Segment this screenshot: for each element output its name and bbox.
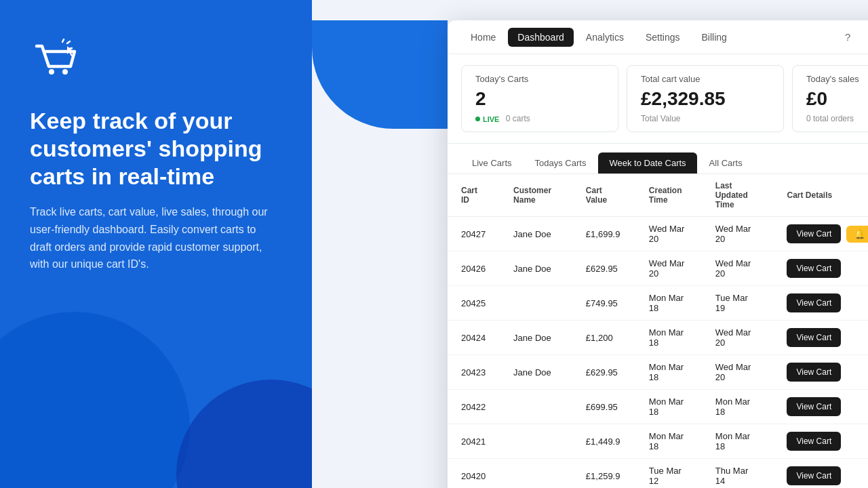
table-row: 20425 £749.95 Mon Mar 18 Tue Mar 19 View…: [448, 286, 868, 321]
hero-title: Keep track of your customers' shopping c…: [30, 107, 282, 190]
help-icon-button[interactable]: ?: [837, 27, 858, 47]
table-row: 20426 Jane Doe £629.95 Wed Mar 20 Wed Ma…: [448, 251, 868, 286]
cell-cart-id: 20424: [448, 321, 500, 355]
nav-right: ? Upgrade: [837, 27, 868, 47]
cell-cart-details: View Cart: [773, 424, 868, 459]
cell-cart-id: 20426: [448, 251, 500, 286]
cell-creation-time: Wed Mar 20: [635, 217, 702, 251]
cell-last-updated: Thu Mar 14: [702, 459, 774, 489]
stat-todays-sales: Today's sales £0 0 total orders: [792, 65, 868, 132]
cell-cart-value: £1,449.9: [572, 424, 635, 459]
view-cart-button[interactable]: View Cart: [787, 466, 841, 485]
todays-carts-value: 2: [475, 88, 604, 110]
todays-carts-label: Today's Carts: [475, 74, 604, 84]
tab-all-carts[interactable]: All Carts: [698, 152, 753, 174]
cell-customer-name: [500, 286, 572, 321]
cell-cart-value: £1,200: [572, 321, 635, 355]
table-row: 20422 £699.95 Mon Mar 18 Mon Mar 18 View…: [448, 390, 868, 424]
live-badge: LIVE: [475, 115, 499, 123]
cell-last-updated: Wed Mar 20: [702, 355, 774, 390]
cell-creation-time: Mon Mar 18: [635, 424, 702, 459]
cell-cart-value: £629.95: [572, 251, 635, 286]
stat-total-cart-value: Total cart value £2,329.85 Total Value: [627, 65, 784, 132]
cell-customer-name: Jane Doe: [500, 217, 572, 251]
view-cart-button[interactable]: View Cart: [787, 293, 841, 312]
bell-icon: 🔔: [854, 229, 865, 239]
cell-last-updated: Wed Mar 20: [702, 321, 774, 355]
col-cart-value: Cart Value: [572, 174, 635, 217]
svg-line-2: [62, 39, 64, 42]
cell-creation-time: Mon Mar 18: [635, 355, 702, 390]
cell-cart-value: £1,259.9: [572, 459, 635, 489]
cell-cart-id: 20423: [448, 355, 500, 390]
total-cart-value-label: Total cart value: [641, 74, 770, 84]
table-row: 20424 Jane Doe £1,200 Mon Mar 18 Wed Mar…: [448, 321, 868, 355]
cell-cart-id: 20425: [448, 286, 500, 321]
total-orders-sub: 0 total orders: [806, 114, 868, 123]
table-row: 20421 £1,449.9 Mon Mar 18 Mon Mar 18 Vie…: [448, 424, 868, 459]
todays-sales-value: £0: [806, 88, 868, 110]
total-value-sub: Total Value: [641, 114, 770, 123]
view-cart-button[interactable]: View Cart: [787, 397, 841, 416]
cell-creation-time: Mon Mar 18: [635, 390, 702, 424]
todays-sales-label: Today's sales: [806, 74, 868, 84]
cart-icon: [30, 34, 282, 91]
cell-cart-value: £1,699.9: [572, 217, 635, 251]
svg-point-1: [62, 69, 68, 75]
nav-tab-analytics[interactable]: Analytics: [576, 28, 633, 47]
col-customer-name: Customer Name: [500, 174, 572, 217]
cell-cart-value: £699.95: [572, 390, 635, 424]
cell-last-updated: Wed Mar 20: [702, 217, 774, 251]
svg-line-4: [68, 48, 72, 49]
nav-tab-billing[interactable]: Billing: [692, 28, 736, 47]
cell-cart-details: View Cart: [773, 321, 868, 355]
table-row: 20427 Jane Doe £1,699.9 Wed Mar 20 Wed M…: [448, 217, 868, 251]
table-row: 20423 Jane Doe £629.95 Mon Mar 18 Wed Ma…: [448, 355, 868, 390]
account-icon-button[interactable]: [865, 27, 868, 47]
cell-cart-id: 20420: [448, 459, 500, 489]
app-window: Home Dashboard Analytics Settings Billin…: [448, 20, 868, 488]
hero-description: Track live carts, cart value, live sales…: [30, 203, 274, 272]
cell-cart-value: £749.95: [572, 286, 635, 321]
nav-tab-settings[interactable]: Settings: [636, 28, 690, 47]
cell-cart-details: View Cart: [773, 390, 868, 424]
view-cart-button[interactable]: View Cart: [787, 224, 841, 243]
left-panel: Keep track of your customers' shopping c…: [0, 0, 312, 488]
svg-point-0: [49, 69, 54, 75]
cell-cart-id: 20427: [448, 217, 500, 251]
cell-cart-id: 20422: [448, 390, 500, 424]
view-cart-button[interactable]: View Cart: [787, 328, 841, 347]
cell-creation-time: Tue Mar 12: [635, 459, 702, 489]
view-cart-button[interactable]: View Cart: [787, 363, 841, 382]
navbar: Home Dashboard Analytics Settings Billin…: [448, 20, 868, 54]
view-cart-button[interactable]: View Cart: [787, 259, 841, 278]
cell-cart-details: View Cart: [773, 355, 868, 390]
todays-carts-sub: LIVE 0 carts: [475, 114, 604, 123]
col-creation-time: Creation Time: [635, 174, 702, 217]
cell-cart-details: View Cart: [773, 251, 868, 286]
nav-tab-home[interactable]: Home: [461, 28, 505, 47]
tab-live-carts[interactable]: Live Carts: [461, 152, 523, 174]
cell-creation-time: Mon Mar 18: [635, 321, 702, 355]
table-row: 20420 £1,259.9 Tue Mar 12 Thu Mar 14 Vie…: [448, 459, 868, 489]
cell-customer-name: [500, 424, 572, 459]
tab-todays-carts[interactable]: Todays Carts: [524, 152, 597, 174]
carts-table: Cart ID Customer Name Cart Value Creatio…: [448, 174, 868, 488]
table-tabs: Live Carts Todays Carts Week to Date Car…: [448, 144, 868, 174]
view-cart-button[interactable]: View Cart: [787, 432, 841, 451]
cell-customer-name: [500, 390, 572, 424]
col-cart-details: Cart Details: [773, 174, 868, 217]
col-last-updated: Last Updated Time: [702, 174, 774, 217]
cell-customer-name: [500, 459, 572, 489]
cell-creation-time: Wed Mar 20: [635, 251, 702, 286]
stat-todays-carts: Today's Carts 2 LIVE 0 carts: [461, 65, 618, 132]
nav-tab-dashboard[interactable]: Dashboard: [508, 28, 574, 47]
col-cart-id: Cart ID: [448, 174, 500, 217]
cell-cart-id: 20421: [448, 424, 500, 459]
bg-decoration: [312, 20, 448, 129]
cell-customer-name: Jane Doe: [500, 321, 572, 355]
tab-week-to-date[interactable]: Week to Date Carts: [598, 152, 696, 174]
cell-cart-value: £629.95: [572, 355, 635, 390]
cell-last-updated: Mon Mar 18: [702, 424, 774, 459]
svg-line-3: [67, 41, 70, 43]
